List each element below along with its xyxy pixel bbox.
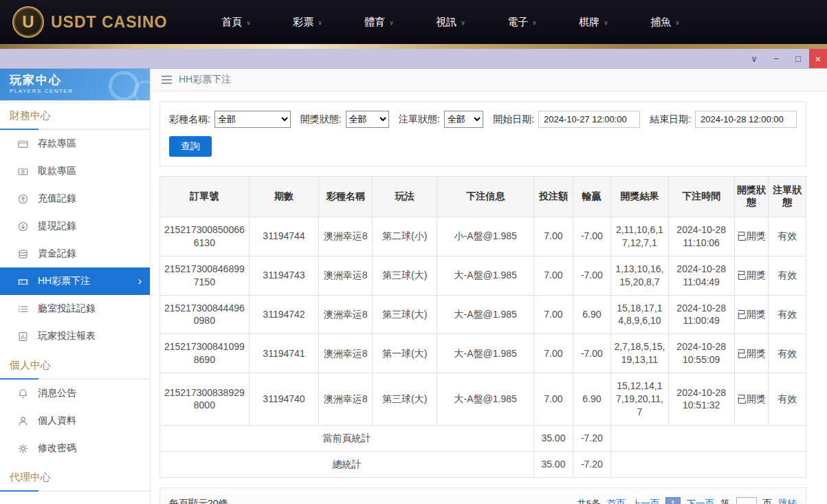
table-cell: 7.00 [534,256,573,295]
table-cell: 2152173008500666130 [160,217,250,256]
table-cell: 有效 [769,373,806,426]
chevron-down-icon: ∨ [461,19,465,26]
nav-item-chess[interactable]: 棋牌∨ [558,16,629,29]
col-draw-status: 開獎狀態 [734,177,769,217]
summary-win-total: -7.20 [573,451,610,477]
nav-item-fishing[interactable]: 捕魚∨ [629,16,701,29]
order-status-label: 注單狀態: [399,113,440,126]
table-cell: 已開獎 [734,256,769,295]
chevron-right-icon: › [138,276,142,287]
jump-prefix-label: 第 [720,498,730,504]
nav-item-electronic[interactable]: 電子∨ [486,16,558,29]
window-minimize-icon[interactable]: − [765,49,787,68]
chevron-down-icon: ∨ [675,19,680,26]
report-chart-icon [18,331,28,342]
sidebar-item-hall-bet-records[interactable]: 廳室投註記錄 [0,295,150,322]
window-close-icon[interactable]: × [809,49,827,68]
next-page-link[interactable]: 下一页 [687,498,715,504]
sidebar-item-deposit-area[interactable]: 存款專區 [0,130,150,157]
draw-status-select[interactable]: 全部 [346,111,389,128]
nav-label: 體育 [364,16,385,29]
table-cell: 第三球(大) [373,295,437,334]
nav-item-home[interactable]: 首頁∨ [200,16,272,29]
table-cell: 大-A盤@1.985 [437,334,534,373]
summary-empty-cell [611,425,806,451]
page-jump-input[interactable] [736,497,757,504]
deposit-card-icon [18,139,28,149]
table-cell: 澳洲幸运8 [319,256,373,295]
sidebar-item-label: 廳室投註記錄 [38,303,96,315]
table-cell: 第二球(小) [373,217,437,256]
section-title-personal: 個人中心 [0,350,150,378]
sidebar-item-hh-lottery-bets[interactable]: HH彩票下注 › [0,267,150,295]
summary-bet-total: 35.00 [534,451,573,477]
table-row: 2152173008468997150 31194743 澳洲幸运8 第三球(大… [160,256,806,295]
col-period: 期數 [249,177,319,217]
table-cell: 2152173008468997150 [160,256,250,295]
jump-button[interactable]: 跳转 [778,498,797,504]
table-cell: 有效 [769,295,806,334]
table-cell: 澳洲幸运8 [319,217,373,256]
main-area: HH彩票下注 彩種名稱: 全部 開獎狀態: 全部 注單狀態: 全部 開始日期: … [151,69,827,504]
order-status-select[interactable]: 全部 [444,111,483,128]
window-dropdown-icon[interactable]: ∨ [743,49,765,68]
summary-win-total: -7.20 [573,425,610,451]
sidebar-item-withdrawal-records[interactable]: 提現記錄 [0,212,150,240]
table-cell: 第三球(大) [373,373,437,426]
sidebar-item-player-bet-report[interactable]: 玩家投注報表 [0,322,150,350]
table-cell: 31194742 [249,295,319,334]
sidebar-item-label: HH彩票下注 [38,275,90,287]
sidebar-item-announcements[interactable]: 消息公告 [0,380,150,407]
nav-item-lottery[interactable]: 彩票∨ [272,16,343,29]
nav-item-video[interactable]: 視訊∨ [415,16,486,29]
current-page-badge[interactable]: 1 [665,497,680,504]
table-cell: 澳洲幸运8 [319,373,373,426]
top-navigation: U USDT CASINO 首頁∨ 彩票∨ 體育∨ 視訊∨ 電子∨ 棋牌∨ 捕魚… [0,0,827,44]
lottery-name-label: 彩種名稱: [169,113,210,126]
logo[interactable]: U USDT CASINO [12,6,167,38]
table-cell: 7.00 [534,334,573,373]
cashout-arrow-icon [18,221,28,232]
table-cell: 2024-10-28 11:04:49 [668,256,734,295]
nav-item-sports[interactable]: 體育∨ [343,16,415,29]
start-date-input[interactable] [538,111,640,128]
list-icon [18,304,28,314]
table-cell: 2024-10-28 10:55:09 [668,334,734,373]
sidebar-item-profile[interactable]: 個人資料 [0,407,150,435]
lottery-name-select[interactable]: 全部 [214,111,291,128]
nav-label: 視訊 [436,16,456,29]
first-page-link[interactable]: 首页 [607,498,626,504]
table-cell: 2024-10-28 10:51:32 [668,373,734,426]
sidebar-item-change-password[interactable]: 修改密碼 [0,435,150,462]
end-date-label: 結束日期: [650,113,691,126]
window-maximize-icon[interactable]: □ [787,49,809,68]
table-cell: 31194743 [249,256,319,295]
pagination-bar: 每頁顯示20條 共5条 首页 上一页 1 下一页 第 页 跳转 [159,487,806,504]
summary-label: 總統計 [160,451,534,477]
table-header-row: 訂單號 期數 彩種名稱 玩法 下注信息 投注額 輸贏 開獎結果 下注時間 開獎狀… [160,177,806,217]
hamburger-menu-icon[interactable] [162,76,172,84]
end-date-input[interactable] [695,111,797,128]
sidebar: 玩家中心 PLAYERS CENTER 財務中心 存款專區 取款專區 充值記錄 … [0,69,151,504]
table-cell: 7.00 [534,373,573,426]
table-cell: 31194741 [249,334,319,373]
sidebar-item-recharge-records[interactable]: 充值記錄 [0,185,150,212]
content: 彩種名稱: 全部 開獎狀態: 全部 注單狀態: 全部 開始日期: 結束日期: 查… [151,91,827,504]
table-cell: -7.00 [573,334,610,373]
sidebar-item-funds-records[interactable]: 資金記錄 [0,240,150,267]
prev-page-link[interactable]: 上一页 [632,498,660,504]
col-win-loss: 輸贏 [573,177,610,217]
col-bet-time: 下注時間 [668,177,734,217]
search-button[interactable]: 查詢 [169,136,212,157]
table-cell: 2152173008444960980 [160,295,250,334]
sidebar-item-withdraw-area[interactable]: 取款專區 [0,157,150,185]
table-cell: 有效 [769,217,806,256]
sidebar-item-label: 玩家投注報表 [38,330,96,342]
pager: 共5条 首页 上一页 1 下一页 第 页 跳转 [577,497,797,504]
nav-menu: 首頁∨ 彩票∨ 體育∨ 視訊∨ 電子∨ 棋牌∨ 捕魚∨ [200,16,701,29]
col-play-type: 玩法 [373,177,437,217]
table-cell: 6.90 [573,373,610,426]
table-cell: 大-A盤@1.985 [437,295,534,334]
table-cell: 2152173008389298000 [160,373,250,426]
table-cell: 第三球(大) [373,256,437,295]
